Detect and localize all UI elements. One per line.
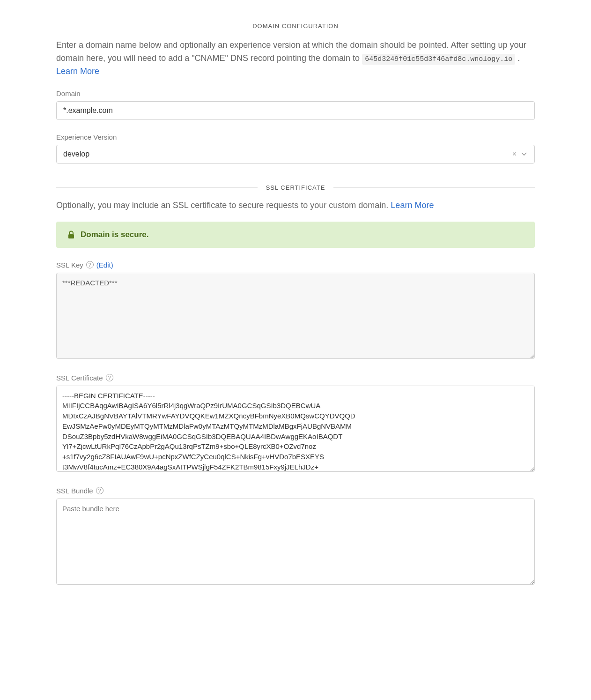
domain-config-title: DOMAIN CONFIGURATION [244,22,347,30]
ssl-learn-more-link[interactable]: Learn More [391,201,434,210]
ssl-bundle-textarea[interactable] [56,499,535,585]
chevron-down-icon[interactable] [519,152,529,156]
lock-icon [67,231,75,239]
domain-learn-more-link[interactable]: Learn More [56,67,99,76]
ssl-key-label: SSL Key [56,261,83,269]
ssl-cert-textarea[interactable] [56,386,535,472]
experience-version-label: Experience Version [56,133,117,141]
domain-input[interactable] [56,101,535,120]
clear-icon[interactable]: × [510,150,519,158]
cname-target-code: 645d3249f01c55d3f46afd8c.wnology.io [362,54,515,65]
ssl-intro-text: Optionally, you may include an SSL certi… [56,201,391,210]
ssl-key-textarea[interactable] [56,273,535,359]
domain-secure-text: Domain is secure. [81,230,149,239]
help-icon[interactable]: ? [106,374,113,381]
ssl-cert-divider: SSL CERTIFICATE [56,184,535,191]
ssl-intro: Optionally, you may include an SSL certi… [56,201,535,210]
ssl-cert-label: SSL Certificate [56,374,103,382]
help-icon[interactable]: ? [86,261,94,268]
help-icon[interactable]: ? [96,487,103,494]
experience-version-value: develop [63,150,510,158]
domain-label: Domain [56,89,81,97]
domain-config-intro: Enter a domain name below and optionally… [56,39,535,78]
intro-text-post: . [515,53,520,63]
ssl-bundle-label: SSL Bundle [56,487,93,495]
ssl-key-edit-link[interactable]: (Edit) [96,261,113,269]
ssl-cert-title: SSL CERTIFICATE [258,184,334,191]
domain-secure-banner: Domain is secure. [56,222,535,248]
experience-version-select[interactable]: develop × [56,145,535,164]
svg-rect-0 [68,234,74,238]
domain-config-divider: DOMAIN CONFIGURATION [56,22,535,30]
